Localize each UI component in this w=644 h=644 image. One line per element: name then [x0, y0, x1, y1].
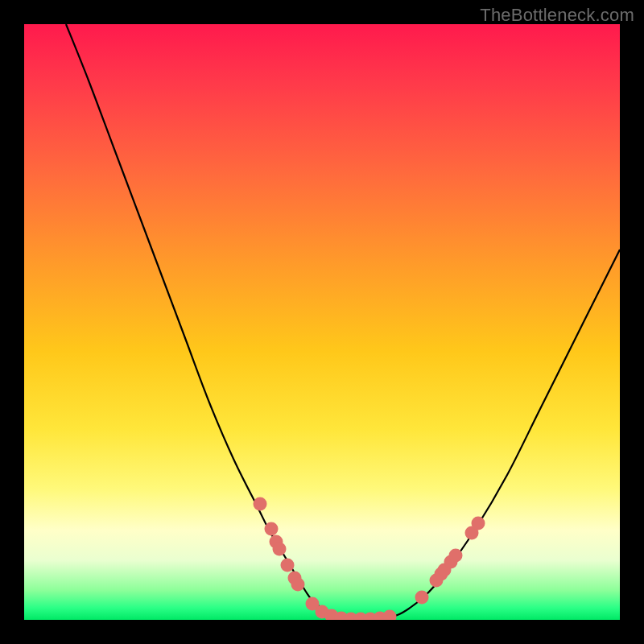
chart-plot-area	[24, 24, 620, 620]
curve-marker-dot	[449, 549, 463, 563]
curve-marker-dot	[291, 578, 305, 592]
chart-svg	[24, 24, 620, 620]
marker-group	[254, 497, 485, 621]
curve-marker-dot	[472, 517, 485, 530]
curve-marker-dot	[415, 591, 429, 605]
bottleneck-curve	[66, 24, 620, 619]
watermark-text: TheBottleneck.com	[480, 5, 634, 26]
curve-marker-dot	[281, 559, 295, 572]
curve-marker-dot	[265, 522, 279, 536]
curve-marker-dot	[254, 497, 267, 511]
curve-marker-dot	[383, 610, 397, 621]
curve-marker-dot	[273, 543, 287, 556]
